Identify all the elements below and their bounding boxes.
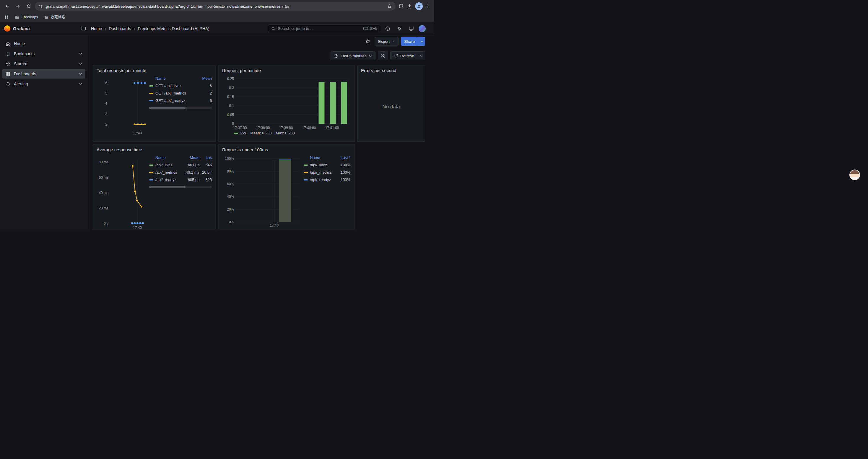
svg-text:80 ms: 80 ms: [99, 160, 108, 164]
back-button[interactable]: [3, 2, 12, 11]
share-button[interactable]: Share: [401, 37, 418, 46]
sidebar-item-label: Starred: [14, 61, 75, 66]
average-response-time-chart: 80 ms60 ms40 ms20 ms0 s17:40: [97, 154, 147, 230]
search-icon: [271, 27, 275, 31]
sidebar-item-home[interactable]: Home: [2, 39, 85, 48]
browser-actions: ⋮: [397, 2, 431, 10]
url-text: grafana.mathmast.com/d/deytv4rwavabkb/fr…: [46, 4, 384, 8]
svg-text:17:39:00: 17:39:00: [279, 126, 293, 130]
chevron-down-icon[interactable]: [79, 72, 83, 76]
dashboard-subheader: Export Share: [88, 35, 434, 47]
search-box[interactable]: ⌘+k: [268, 24, 380, 33]
legend-table[interactable]: NameMeanLas/api/_livez661 µs646/api/_met…: [149, 154, 212, 184]
sidebar-item-alerting[interactable]: Alerting: [2, 79, 85, 89]
apps-grid-icon[interactable]: [4, 15, 9, 20]
breadcrumb-separator: ›: [134, 26, 135, 31]
legend-row: /api/_livez661 µs646: [149, 161, 212, 169]
share-menu-button[interactable]: [418, 37, 425, 46]
chevron-down-icon[interactable]: [79, 82, 83, 86]
panel-request-per-minute: Request per minute 0.250.20.150.10.05017…: [218, 65, 355, 142]
export-button[interactable]: Export: [375, 37, 399, 46]
svg-text:60 ms: 60 ms: [99, 175, 108, 179]
sidebar-item-bookmarks[interactable]: Bookmarks: [2, 49, 85, 59]
legend-series-2xx[interactable]: 2xx: [234, 131, 246, 135]
zoom-out-icon: [380, 54, 385, 58]
time-range-picker[interactable]: Last 5 minutes: [331, 52, 375, 60]
svg-text:17:40: 17:40: [133, 131, 142, 135]
panel-title[interactable]: Average response time: [93, 144, 216, 152]
news-button[interactable]: [395, 24, 404, 33]
breadcrumb-dashboards[interactable]: Dashboards: [109, 26, 131, 31]
panel-title[interactable]: Total requests per minute: [93, 65, 216, 73]
help-button[interactable]: ?: [383, 24, 392, 33]
total-requests-chart: 6543217:40: [97, 75, 147, 136]
legend-scrollbar[interactable]: [149, 107, 212, 109]
downloads-icon[interactable]: [407, 4, 412, 9]
legend-row: /api/_metrics40.1 ms20.5 r: [149, 169, 212, 176]
sidebar-item-label: Bookmarks: [14, 52, 75, 56]
panel-title[interactable]: Request per minute: [219, 65, 354, 73]
legend-max: Max: 0.233: [276, 131, 295, 135]
panel-requests-under-100ms: Requests under 100ms 100%80%60%40%20%0%1…: [218, 144, 355, 230]
panel-errors-per-second: Errors per second No data: [357, 65, 425, 142]
breadcrumb-home[interactable]: Home: [91, 26, 102, 31]
svg-text:40 ms: 40 ms: [99, 191, 108, 195]
refresh-interval-button[interactable]: [417, 52, 425, 60]
display-button[interactable]: [407, 24, 416, 33]
home-icon: [5, 41, 11, 46]
site-settings-icon[interactable]: [38, 4, 43, 8]
panel-average-response-time: Average response time 80 ms60 ms40 ms20 …: [93, 144, 216, 230]
legend-row: GET /api/_metrics2: [149, 90, 212, 97]
breadcrumb-current-page: Freeleaps Metrics Dashboard (ALPHA): [138, 26, 210, 31]
extensions-icon[interactable]: [399, 4, 404, 9]
bookmark-star-icon[interactable]: [387, 4, 392, 9]
panel-title[interactable]: Errors per second: [358, 65, 425, 73]
bell-icon: [5, 81, 11, 87]
refresh-button[interactable]: Refresh: [390, 52, 417, 60]
sidebar: Home Bookmarks Starred Dashboards Alerti…: [0, 35, 88, 230]
help-icon: ?: [385, 26, 390, 31]
main-content: Export Share Last 5 minutes: [88, 35, 434, 230]
sidebar-item-label: Home: [14, 41, 83, 46]
grafana-home-link[interactable]: Grafana: [4, 25, 30, 32]
sidebar-item-dashboards[interactable]: Dashboards: [2, 69, 85, 78]
browser-toolbar: grafana.mathmast.com/d/deytv4rwavabkb/fr…: [0, 0, 434, 12]
legend-row: /api/_metrics100%: [304, 169, 350, 176]
breadcrumb: Home › Dashboards › Freeleaps Metrics Da…: [91, 26, 210, 31]
favorite-dashboard-button[interactable]: [363, 37, 372, 46]
user-avatar[interactable]: [418, 25, 426, 32]
folder-icon: [15, 15, 20, 20]
chevron-down-icon[interactable]: [79, 52, 83, 56]
svg-text:0.05: 0.05: [227, 113, 234, 117]
svg-text:3: 3: [105, 112, 107, 116]
panel-total-requests-per-minute: Total requests per minute 6543217:40 Nam…: [93, 65, 216, 142]
sidebar-toggle-button[interactable]: [79, 24, 88, 33]
bookmark-folder-freeleaps[interactable]: Freeleaps: [15, 15, 38, 20]
forward-icon: [16, 4, 21, 9]
legend-table[interactable]: NameLast */api/_livez100%/api/_metrics10…: [304, 154, 350, 184]
legend-scrollbar[interactable]: [149, 186, 212, 188]
grafana-header: Grafana Home › Dashboards › Freeleaps Me…: [0, 22, 434, 35]
browser-profile-avatar[interactable]: [415, 2, 423, 10]
url-bar[interactable]: grafana.mathmast.com/d/deytv4rwavabkb/fr…: [35, 2, 396, 11]
svg-text:0 s: 0 s: [104, 222, 108, 226]
zoom-out-button[interactable]: [378, 52, 388, 60]
forward-button[interactable]: [13, 2, 23, 11]
scrollbar-thumb[interactable]: [149, 186, 186, 188]
legend-table[interactable]: NameMeanGET /api/_livez6GET /api/_metric…: [149, 75, 212, 104]
reload-button[interactable]: [24, 2, 33, 11]
sidebar-item-starred[interactable]: Starred: [2, 59, 85, 68]
svg-text:60%: 60%: [227, 182, 234, 186]
svg-text:17:40: 17:40: [133, 226, 142, 230]
chevron-down-icon: [392, 40, 395, 43]
svg-text:40%: 40%: [227, 195, 234, 199]
search-input[interactable]: [278, 26, 361, 31]
browser-menu-button[interactable]: ⋮: [426, 4, 430, 9]
bookmark-folder-blogs[interactable]: 收藏博客: [44, 15, 66, 20]
scrollbar-thumb[interactable]: [149, 107, 186, 109]
brand-title: Grafana: [13, 26, 30, 31]
panel-title[interactable]: Requests under 100ms: [219, 144, 354, 152]
svg-text:0.2: 0.2: [229, 86, 234, 90]
chevron-down-icon[interactable]: [79, 62, 83, 66]
back-icon: [5, 4, 10, 9]
